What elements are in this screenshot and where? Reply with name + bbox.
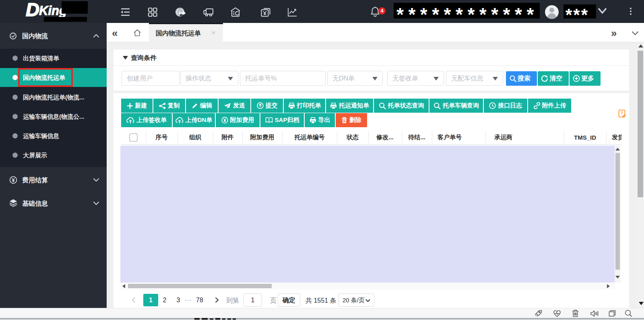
svg-text:?: ? <box>620 111 623 116</box>
